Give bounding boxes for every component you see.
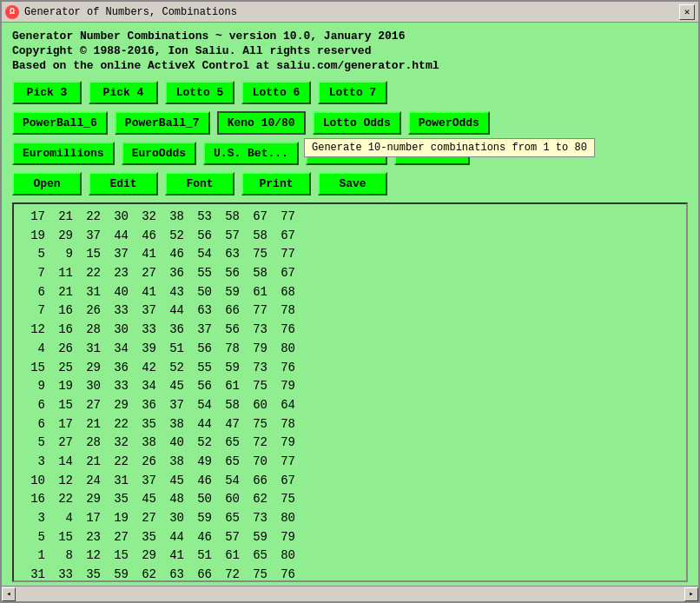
- number-cell: 17: [21, 208, 49, 227]
- number-cell: 45: [160, 377, 188, 396]
- scroll-right-button[interactable]: ▸: [684, 587, 698, 601]
- number-cell: 51: [188, 547, 215, 566]
- number-cell: 15: [76, 245, 104, 264]
- edit-button[interactable]: Edit: [89, 172, 158, 195]
- number-cell: 15: [104, 547, 132, 566]
- number-cell: 37: [160, 396, 188, 415]
- number-cell: 34: [104, 340, 132, 359]
- number-cell: 38: [160, 453, 188, 472]
- number-cell: 21: [49, 283, 76, 302]
- number-cell: 7: [21, 302, 49, 321]
- number-cell: 76: [271, 359, 299, 378]
- number-cell: 22: [76, 208, 104, 227]
- number-cell: 37: [188, 321, 215, 340]
- number-cell: 52: [188, 434, 215, 453]
- number-cell: 39: [132, 340, 160, 359]
- number-cell: 4: [21, 340, 49, 359]
- number-cell: 30: [104, 208, 132, 227]
- number-cell: 24: [76, 472, 104, 491]
- number-cell: 57: [215, 528, 243, 547]
- data-area[interactable]: 1721223032385358677719293744465256575867…: [14, 204, 686, 580]
- number-cell: 46: [188, 528, 215, 547]
- font-button[interactable]: Font: [165, 172, 234, 195]
- pick4-button[interactable]: Pick 4: [89, 81, 158, 104]
- table-row: 3142122263849657077: [21, 453, 679, 472]
- powerodds-button[interactable]: PowerOdds: [408, 111, 490, 135]
- horizontal-scrollbar[interactable]: ◂ ▸: [2, 586, 698, 601]
- usbet-button[interactable]: U.S. Bet...: [203, 142, 299, 165]
- euromillions-button[interactable]: Euromillions: [12, 142, 115, 165]
- powerball6-button[interactable]: PowerBall_6: [12, 111, 108, 135]
- print-button[interactable]: Print: [241, 172, 311, 195]
- number-cell: 38: [160, 415, 188, 434]
- scroll-left-button[interactable]: ◂: [2, 587, 16, 601]
- number-cell: 75: [243, 415, 271, 434]
- number-cell: 72: [243, 434, 271, 453]
- number-cell: 3: [21, 509, 49, 528]
- number-cell: 58: [243, 264, 271, 283]
- lottoodds-button[interactable]: Lotto Odds: [313, 111, 401, 135]
- number-cell: 31: [76, 283, 104, 302]
- number-cell: 46: [188, 472, 215, 491]
- keno-tooltip: Generate 10-number combinations from 1 t…: [304, 138, 595, 157]
- number-cell: 14: [49, 453, 76, 472]
- h-scroll-track[interactable]: [16, 587, 684, 601]
- lotto5-button[interactable]: Lotto 5: [165, 81, 234, 104]
- number-cell: 31: [104, 472, 132, 491]
- number-cell: 44: [104, 227, 132, 246]
- number-cell: 15: [49, 396, 76, 415]
- table-row: 17212230323853586777: [21, 208, 679, 227]
- number-cell: 5: [21, 434, 49, 453]
- number-cell: 46: [160, 245, 188, 264]
- lotto7-button[interactable]: Lotto 7: [318, 81, 387, 104]
- number-cell: 56: [215, 264, 243, 283]
- number-cell: 21: [76, 415, 104, 434]
- lotto6-button[interactable]: Lotto 6: [241, 81, 311, 104]
- number-cell: 12: [21, 321, 49, 340]
- number-cell: 48: [160, 490, 188, 509]
- number-cell: 58: [215, 208, 243, 227]
- number-cell: 35: [76, 566, 104, 580]
- number-cell: 23: [104, 264, 132, 283]
- number-cell: 78: [215, 340, 243, 359]
- number-cell: 65: [215, 434, 243, 453]
- powerball7-button[interactable]: PowerBall_7: [115, 111, 210, 135]
- number-cell: 33: [49, 566, 76, 580]
- number-cell: 44: [188, 415, 215, 434]
- pick3-button[interactable]: Pick 3: [12, 81, 82, 104]
- number-cell: 80: [271, 547, 299, 566]
- number-cell: 9: [49, 245, 76, 264]
- app-icon: Ω: [5, 5, 19, 19]
- number-cell: 58: [215, 396, 243, 415]
- action-row: Open Edit Font Print Save: [2, 169, 698, 199]
- number-cell: 54: [188, 245, 215, 264]
- number-cell: 59: [104, 566, 132, 580]
- number-cell: 36: [132, 396, 160, 415]
- number-cell: 16: [49, 302, 76, 321]
- number-cell: 27: [132, 264, 160, 283]
- euroodds-button[interactable]: EuroOdds: [122, 142, 196, 165]
- number-cell: 1: [21, 547, 49, 566]
- number-cell: 54: [188, 396, 215, 415]
- open-button[interactable]: Open: [12, 172, 82, 195]
- number-cell: 60: [243, 396, 271, 415]
- number-cell: 7: [21, 264, 49, 283]
- number-cell: 59: [243, 528, 271, 547]
- number-cell: 65: [215, 509, 243, 528]
- keno1080-button[interactable]: Keno 10/80: [217, 111, 306, 135]
- number-cell: 34: [132, 377, 160, 396]
- number-cell: 56: [188, 377, 215, 396]
- number-cell: 12: [76, 547, 104, 566]
- number-cell: 29: [49, 227, 76, 246]
- number-cell: 19: [49, 377, 76, 396]
- number-cell: 76: [271, 566, 299, 580]
- number-cell: 61: [215, 547, 243, 566]
- save-button[interactable]: Save: [318, 172, 387, 195]
- number-cell: 77: [271, 208, 299, 227]
- number-cell: 50: [188, 490, 215, 509]
- number-cell: 37: [104, 245, 132, 264]
- close-button[interactable]: ✕: [679, 4, 695, 20]
- number-cell: 32: [104, 434, 132, 453]
- table-row: 181215294151616580: [21, 547, 679, 566]
- number-cell: 78: [271, 302, 299, 321]
